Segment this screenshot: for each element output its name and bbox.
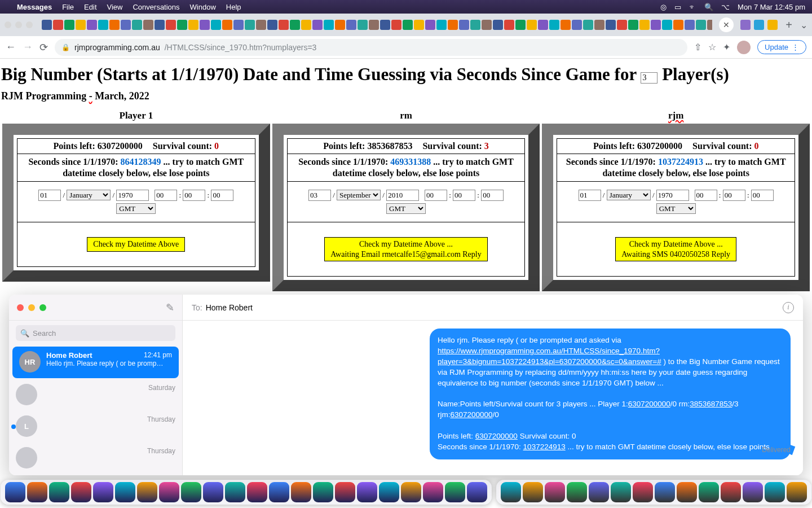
pinned-tab[interactable] bbox=[301, 20, 311, 30]
pinned-tab[interactable] bbox=[143, 20, 153, 30]
back-button[interactable]: ← bbox=[6, 41, 16, 53]
pinned-tab[interactable] bbox=[549, 20, 559, 30]
pinned-tab[interactable] bbox=[561, 20, 571, 30]
dock-app-icon[interactable] bbox=[225, 482, 245, 502]
profile-avatar[interactable] bbox=[737, 41, 751, 54]
dock-app-icon[interactable] bbox=[93, 482, 113, 502]
dock-app-icon[interactable] bbox=[501, 482, 521, 502]
pinned-tab[interactable] bbox=[369, 20, 379, 30]
bubble-link[interactable]: https://www.rjmprogramming.com.au/HTMLCS… bbox=[438, 347, 661, 366]
pinned-tab[interactable] bbox=[583, 20, 593, 30]
pinned-tab[interactable] bbox=[673, 20, 683, 30]
dock-app-icon[interactable] bbox=[71, 482, 91, 502]
dock-app-icon[interactable] bbox=[269, 482, 289, 502]
hour-input[interactable] bbox=[695, 190, 717, 201]
pinned-tab[interactable] bbox=[414, 20, 424, 30]
pinned-tab[interactable] bbox=[685, 20, 695, 30]
pinned-tab[interactable] bbox=[538, 20, 548, 30]
dock-app-icon[interactable] bbox=[423, 482, 443, 502]
year-input[interactable] bbox=[656, 190, 689, 201]
second-input[interactable] bbox=[751, 190, 774, 201]
menu-window[interactable]: Window bbox=[190, 3, 216, 11]
pinned-tab[interactable] bbox=[166, 20, 176, 30]
pinned-tab[interactable] bbox=[98, 20, 108, 30]
control-center-icon[interactable]: ⌥ bbox=[721, 3, 730, 11]
dock-app-icon[interactable] bbox=[335, 482, 355, 502]
dock-app-icon[interactable] bbox=[401, 482, 421, 502]
tz-select[interactable]: GMT bbox=[116, 203, 156, 214]
pinned-tab[interactable] bbox=[515, 20, 526, 30]
pinned-tab[interactable] bbox=[594, 20, 604, 30]
pinned-tab[interactable] bbox=[279, 20, 289, 30]
dock-app-icon[interactable] bbox=[765, 482, 785, 502]
day-input[interactable] bbox=[579, 190, 601, 201]
messages-search[interactable]: 🔍 Search bbox=[16, 325, 175, 341]
pinned-tab[interactable] bbox=[132, 20, 142, 30]
pinned-tab[interactable] bbox=[504, 20, 514, 30]
pinned-tab[interactable] bbox=[380, 20, 390, 30]
pinned-tab[interactable] bbox=[482, 20, 492, 30]
pinned-tab[interactable] bbox=[740, 20, 751, 30]
reload-button[interactable]: ⟳ bbox=[39, 41, 48, 54]
pinned-tab[interactable] bbox=[527, 20, 537, 30]
menu-help[interactable]: Help bbox=[226, 3, 241, 11]
minute-input[interactable] bbox=[453, 190, 475, 201]
hour-input[interactable] bbox=[425, 190, 447, 201]
dock-app-icon[interactable] bbox=[379, 482, 399, 502]
pinned-tab[interactable] bbox=[177, 20, 187, 30]
dock-app-icon[interactable] bbox=[677, 482, 697, 502]
spotlight-icon[interactable]: 🔍 bbox=[704, 3, 713, 11]
dock-app-icon[interactable] bbox=[787, 482, 807, 502]
dock-app-icon[interactable] bbox=[721, 482, 741, 502]
dock-app-icon[interactable] bbox=[137, 482, 157, 502]
dock-app-icon[interactable] bbox=[181, 482, 201, 502]
pinned-tab[interactable] bbox=[109, 20, 120, 30]
menu-view[interactable]: View bbox=[107, 3, 123, 11]
pinned-tab[interactable] bbox=[87, 20, 97, 30]
month-select[interactable]: JanuaryFebruaryMarchAprilMayJuneJulyAugu… bbox=[67, 190, 111, 200]
pinned-tab[interactable] bbox=[324, 20, 334, 30]
chrome-update-button[interactable]: Update ⋮ bbox=[757, 40, 806, 54]
conversation-item[interactable]: Thursday bbox=[9, 443, 182, 474]
month-select[interactable]: JanuaryFebruaryMarchAprilMayJuneJulyAugu… bbox=[607, 190, 651, 200]
messages-traffic-lights[interactable] bbox=[17, 304, 46, 311]
dock-app-icon[interactable] bbox=[743, 482, 763, 502]
dock-app-icon[interactable] bbox=[247, 482, 267, 502]
day-input[interactable] bbox=[308, 190, 331, 201]
dock-app-icon[interactable] bbox=[203, 482, 223, 502]
menu-file[interactable]: File bbox=[62, 3, 74, 11]
pinned-tab[interactable] bbox=[606, 20, 616, 30]
minute-input[interactable] bbox=[723, 190, 745, 201]
dock-app-icon[interactable] bbox=[633, 482, 653, 502]
pinned-tab[interactable] bbox=[470, 20, 480, 30]
screen-record-icon[interactable]: ◎ bbox=[660, 3, 667, 11]
pinned-tab[interactable] bbox=[53, 20, 63, 30]
pinned-tab[interactable] bbox=[572, 20, 582, 30]
new-tab-button[interactable]: + bbox=[785, 19, 792, 32]
pinned-tab[interactable] bbox=[346, 20, 356, 30]
pinned-tab[interactable] bbox=[391, 20, 401, 30]
year-input[interactable] bbox=[116, 190, 149, 201]
day-input[interactable] bbox=[38, 190, 61, 201]
pinned-tab[interactable] bbox=[256, 20, 266, 30]
dock-app-icon[interactable] bbox=[159, 482, 179, 502]
pinned-tab[interactable] bbox=[459, 20, 469, 30]
extensions-icon[interactable]: ✦ bbox=[723, 42, 730, 52]
pinned-tab[interactable] bbox=[662, 20, 672, 30]
dock-app-icon[interactable] bbox=[467, 482, 487, 502]
dock-app-icon[interactable] bbox=[611, 482, 631, 502]
pinned-tab[interactable] bbox=[493, 20, 503, 30]
pinned-tab[interactable] bbox=[436, 20, 447, 30]
minute-input[interactable] bbox=[183, 190, 205, 201]
dock-app-icon[interactable] bbox=[589, 482, 609, 502]
menubar-clock[interactable]: Mon 7 Mar 12:45 pm bbox=[738, 3, 805, 11]
pinned-tab[interactable] bbox=[222, 20, 232, 30]
dock-app-icon[interactable] bbox=[49, 482, 69, 502]
tz-select[interactable]: GMT bbox=[656, 203, 696, 214]
check-datetime-button[interactable]: Check my Datetime Above ...Awaiting SMS … bbox=[615, 237, 736, 261]
dock-app-icon[interactable] bbox=[523, 482, 543, 502]
pinned-tab[interactable] bbox=[651, 20, 661, 30]
pinned-tab[interactable] bbox=[767, 20, 778, 30]
pinned-tab[interactable] bbox=[245, 20, 255, 30]
details-icon[interactable]: i bbox=[783, 302, 794, 313]
